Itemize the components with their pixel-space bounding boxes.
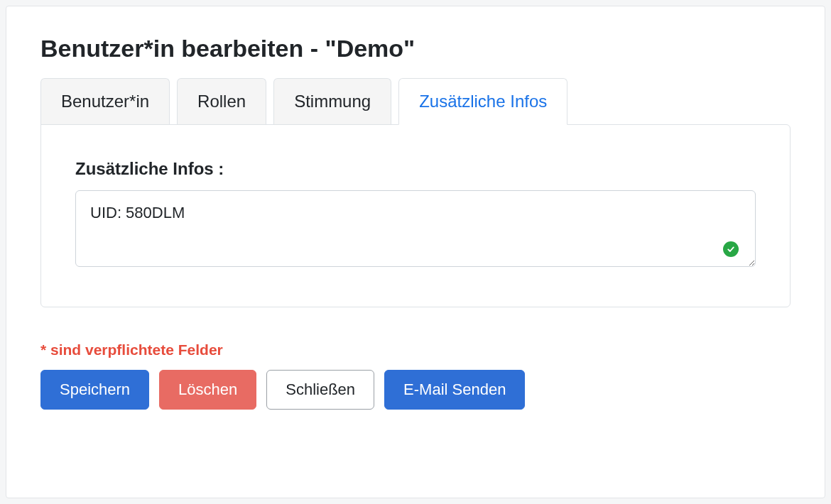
save-button[interactable]: Speichern <box>40 370 149 410</box>
tab-roles[interactable]: Rollen <box>177 78 266 125</box>
tab-mood[interactable]: Stimmung <box>273 78 391 125</box>
additional-info-field-wrap <box>75 190 756 270</box>
send-email-button[interactable]: E-Mail Senden <box>384 370 525 410</box>
tabs-container: Benutzer*in Rollen Stimmung Zusätzliche … <box>40 78 791 125</box>
tab-panel-additional-info: Zusätzliche Infos : <box>40 124 791 307</box>
close-button[interactable]: Schließen <box>266 370 374 410</box>
additional-info-textarea[interactable] <box>75 190 756 267</box>
valid-check-icon <box>723 241 739 257</box>
action-button-row: Speichern Löschen Schließen E-Mail Sende… <box>40 370 791 410</box>
edit-user-card: Benutzer*in bearbeiten - "Demo" Benutzer… <box>6 6 825 498</box>
delete-button[interactable]: Löschen <box>159 370 256 410</box>
tab-additional-info[interactable]: Zusätzliche Infos <box>398 78 567 125</box>
required-fields-note: * sind verpflichtete Felder <box>40 341 791 358</box>
tab-user[interactable]: Benutzer*in <box>40 78 170 125</box>
page-title: Benutzer*in bearbeiten - "Demo" <box>40 35 791 62</box>
additional-info-label: Zusätzliche Infos : <box>75 159 756 179</box>
